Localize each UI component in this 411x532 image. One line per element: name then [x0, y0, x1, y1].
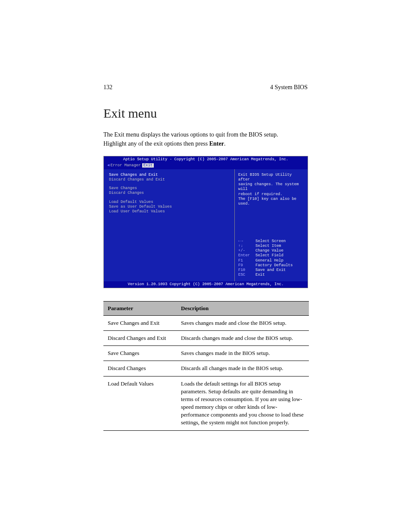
- table-header-description: Description: [177, 301, 309, 315]
- param-cell: Discard Changes: [103, 361, 177, 376]
- table-row: Discard Changes and Exit Discards change…: [103, 330, 309, 345]
- bios-tab-bar: ◄Error ManagerExit: [104, 163, 308, 169]
- intro-line2c: .: [224, 140, 226, 147]
- tab-exit: Exit: [142, 163, 154, 168]
- bios-menu-panel: Save Changes and Exit Discard Changes an…: [104, 169, 234, 281]
- key-enter: Enter: [238, 253, 255, 258]
- table-row: Save Changes and Exit Saves changes made…: [103, 315, 309, 330]
- help-line2: saving changes. The system will: [238, 182, 304, 192]
- menu-save-exit: Save Changes and Exit: [109, 173, 229, 177]
- menu-save: Save Changes: [109, 186, 229, 191]
- page-title: Exit menu: [103, 106, 308, 121]
- menu-discard-exit: Discard Changes and Exit: [109, 177, 229, 182]
- key-f9: F9: [238, 263, 255, 268]
- bios-title-bar: Aptio Setup Utility - Copyright (C) 2005…: [104, 156, 308, 163]
- desc-cell: Discards changes made and close the BIOS…: [177, 330, 309, 345]
- key-f1: F1: [238, 258, 255, 263]
- bios-screenshot: Aptio Setup Utility - Copyright (C) 2005…: [103, 156, 308, 288]
- menu-load-default: Load Default Values: [109, 200, 229, 205]
- key-plusminus: +/-: [238, 249, 255, 253]
- bios-key-legend: ←→Select Screen ↑↓Select Item +/-Change …: [238, 239, 304, 278]
- desc-cell: Loads the default settings for all BIOS …: [177, 376, 309, 430]
- desc-cell: Saves changes made and close the BIOS se…: [177, 315, 309, 330]
- table-row: Load Default Values Loads the default se…: [103, 376, 309, 430]
- desc-cell: Discards all changes made in the BIOS se…: [177, 361, 309, 376]
- param-cell: Save Changes and Exit: [103, 315, 177, 330]
- table-header-parameter: Parameter: [103, 301, 177, 315]
- key-arrows-lr: ←→: [238, 239, 255, 244]
- desc-cell: Saves changes made in the BIOS setup.: [177, 346, 309, 361]
- bios-footer-bar: Version 1.20.1093 Copyright (C) 2005-200…: [104, 281, 308, 288]
- intro-paragraph: The Exit menu displays the various optio…: [103, 130, 308, 148]
- key-f10: F10: [238, 268, 255, 273]
- bios-help-panel: Exit BIOS Setup Utility after saving cha…: [234, 169, 308, 281]
- parameter-table: Parameter Description Save Changes and E…: [103, 301, 309, 431]
- tab-error-manager: Error Manager: [110, 163, 140, 168]
- help-line3: reboot if required.: [238, 192, 304, 197]
- param-cell: Save Changes: [103, 346, 177, 361]
- help-line1: Exit BIOS Setup Utility after: [238, 173, 304, 183]
- key-esc: ESC: [238, 273, 255, 277]
- table-row: Save Changes Saves changes made in the B…: [103, 346, 309, 361]
- page-header: 132 4 System BIOS: [103, 84, 308, 91]
- param-cell: Discard Changes and Exit: [103, 330, 177, 345]
- intro-line1: The Exit menu displays the various optio…: [103, 131, 278, 138]
- key-arrows-ud: ↑↓: [238, 244, 255, 249]
- page-number: 132: [103, 84, 112, 91]
- table-row: Discard Changes Discards all changes mad…: [103, 361, 309, 376]
- left-arrow-icon: ◄: [107, 163, 109, 168]
- menu-save-user-default: Save as User Default Values: [109, 205, 229, 209]
- param-cell: Load Default Values: [103, 376, 177, 430]
- help-line4: The [F10] key can also be used.: [238, 197, 304, 207]
- intro-line2a: Highlight any of the exit options then p…: [103, 140, 209, 147]
- menu-discard: Discard Changes: [109, 191, 229, 196]
- menu-load-user-default: Load User Default Values: [109, 209, 229, 214]
- chapter-label: 4 System BIOS: [270, 84, 308, 91]
- intro-enter-key: Enter: [209, 140, 224, 147]
